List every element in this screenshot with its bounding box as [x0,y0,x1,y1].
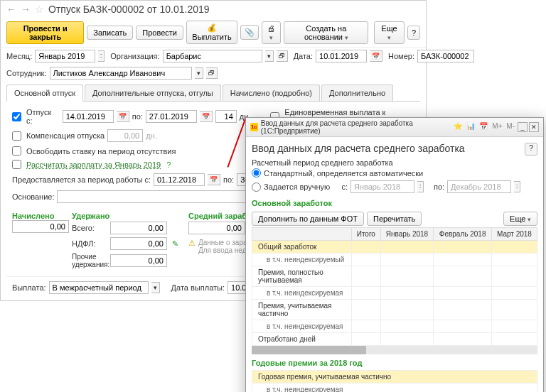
period-to-label: по: [223,175,234,184]
table-row: в т.ч. неиндексируемая [252,383,537,393]
minimize-icon[interactable]: _ [518,122,528,132]
table-row: Премия, учитываемая частично [252,300,537,320]
dialog-help-button[interactable]: ? [525,143,537,156]
table-row: в т.ч. неиндексируемая [252,320,537,333]
recalc-salary-link[interactable]: Рассчитать зарплату за Январь 2019 [26,160,161,169]
employee-input[interactable] [50,67,192,80]
table-row: Отработано дней [252,333,537,346]
tab-main-vacation[interactable]: Основной отпуск [6,85,83,102]
recalc-button[interactable]: Перечитать [367,212,422,226]
dialog-body: ? Ввод данных для расчета среднего зараб… [246,137,543,392]
vacation-checkbox[interactable] [12,112,21,121]
attach-button[interactable]: 📎 [240,25,259,40]
vacation-days-input[interactable] [215,110,237,123]
compensation-days-input[interactable] [107,129,143,142]
vacation-to-input[interactable] [146,110,197,123]
period-standard-radio[interactable] [252,168,261,178]
payment-select[interactable] [49,281,149,294]
compensation-days-label: дн. [146,131,157,140]
nav-back-icon[interactable]: ← [6,4,16,15]
favorite-icon[interactable]: ⭐ [454,122,462,132]
release-rate-checkbox[interactable] [12,146,21,156]
month-input[interactable] [35,50,95,62]
period-from-label: с: [341,183,348,191]
employee-open-icon[interactable]: 🗗 [206,67,218,79]
tab-additional[interactable]: Дополнительные отпуска, отгулы [85,85,221,101]
save-button[interactable]: Записать [87,26,133,40]
app-1c-icon: 1c [250,123,258,131]
tabs: Основной отпуск Дополнительные отпуска, … [6,85,420,102]
period-manual-radio[interactable] [252,183,261,192]
tab-extra[interactable]: Дополнительно [321,85,393,101]
dialog-more-button[interactable]: Еще [503,212,537,226]
post-and-close-button[interactable]: Провести и закрыть [6,21,84,44]
period-to-spinner-icon: ∶ [514,181,520,192]
ndfl-label: НДФЛ: [72,239,107,248]
reason-input[interactable] [57,190,270,203]
period-from-input [350,180,414,193]
fill-fot-button[interactable]: Дополнить по данным ФОТ [252,212,364,226]
m-minus-icon[interactable]: M- [506,122,515,132]
help-button[interactable]: ? [407,26,420,40]
month-spinner-icon[interactable]: ∶ [98,50,105,62]
annual-bonus-section: Годовые премии за 2018 год [252,359,537,367]
post-button[interactable]: Провести [136,26,183,40]
total-input[interactable] [110,222,167,234]
favorite-star-icon[interactable]: ☆ [35,4,44,15]
header-row-2: Сотрудник: ▾ 🗗 [1,65,426,82]
ndfl-edit-icon[interactable]: ✎ [170,239,181,249]
pay-button[interactable]: 💰 Выплатить [186,21,237,44]
create-based-button[interactable]: Создать на основании [284,21,368,44]
other-input[interactable] [110,254,167,267]
date-calendar-icon[interactable]: 📅 [370,50,382,62]
vacation-from-calendar-icon[interactable]: 📅 [117,111,129,122]
period-standard-label: Стандартный, определяется автоматически [264,169,423,178]
help-icon[interactable]: ? [166,160,171,169]
calc-icon[interactable]: 📊 [466,122,475,132]
date-input[interactable] [316,50,367,62]
number-label: Номер: [388,52,414,60]
warning-icon: ⚠ [188,239,196,254]
payment-dropdown-icon[interactable]: ▾ [151,282,160,293]
compensation-label: Компенсация отпуска [26,131,105,140]
period-to-label: по: [434,183,444,191]
dialog-title-bar: 1c Ввод данных для расчета среднего зара… [246,118,543,137]
month-label: Месяц: [6,52,32,60]
ndfl-input[interactable] [110,237,167,250]
org-label: Организация: [110,52,159,60]
table-row: Общий заработок [252,241,537,254]
period-manual-label: Задается вручную [264,183,330,191]
org-open-icon[interactable]: 🗗 [277,50,288,62]
recalc-salary-checkbox[interactable] [12,160,21,169]
table-row: в т.ч. неиндексируемый [252,254,537,266]
table-row: Премия, полностью учитываемая [252,266,537,287]
reason-label: Основание: [12,192,54,201]
org-input[interactable] [163,50,262,62]
period-label: Предоставляется за период работы с: [12,175,151,184]
org-dropdown-icon[interactable]: ▾ [265,50,274,62]
period-from-input[interactable] [154,173,205,186]
more-button[interactable]: Еще [374,21,405,44]
vacation-from-label: Отпуск с: [26,108,60,125]
nav-fwd-icon[interactable]: → [21,4,31,15]
date-label: Дата: [294,52,313,60]
avg-earnings-dialog: 1c Ввод данных для расчета среднего зара… [245,117,544,392]
avg-salary-input[interactable] [188,222,245,234]
calendar-icon[interactable]: 📅 [479,122,488,132]
tab-calculated[interactable]: Начислено (подробно) [223,85,320,101]
employee-dropdown-icon[interactable]: ▾ [195,67,203,79]
number-input[interactable] [417,50,474,62]
m-plus-icon[interactable]: M+ [492,122,502,132]
print-button[interactable]: 🖨 [262,21,281,44]
vacation-to-calendar-icon[interactable]: 📅 [200,111,213,122]
period-from-calendar-icon[interactable]: 📅 [208,174,220,185]
compensation-checkbox[interactable] [12,131,21,141]
main-earnings-section: Основной заработок [252,199,537,207]
col-jan: Январь 2018 [380,228,434,241]
table-row: Годовая премия, учитываемая частично [252,371,537,383]
table-scrollbar[interactable] [252,346,537,354]
vacation-from-input[interactable] [63,110,114,123]
accrued-input[interactable] [12,220,69,233]
annual-bonus-table: Годовая премия, учитываемая частично в т… [252,370,537,392]
close-icon[interactable]: ✕ [529,122,539,132]
